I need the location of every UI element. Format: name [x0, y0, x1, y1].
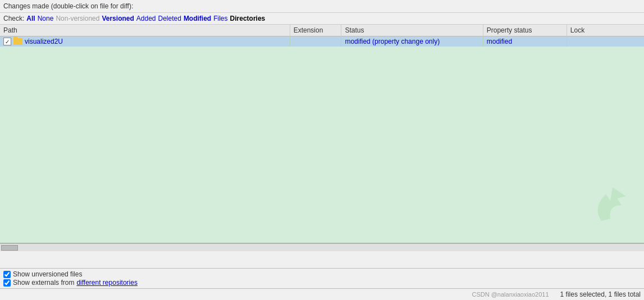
row-checkbox[interactable] — [3, 38, 11, 45]
col-header-path[interactable]: Path — [0, 25, 290, 36]
col-header-status[interactable]: Status — [341, 25, 483, 36]
scrollbar-thumb[interactable] — [1, 245, 18, 251]
table-header-row: Path Extension Status Property status Lo… — [0, 25, 644, 36]
filter-files[interactable]: Files — [213, 15, 227, 22]
extension-cell — [290, 36, 341, 47]
status-bar: CSDN @nalanxiaoxiao2011 1 files selected… — [0, 288, 644, 300]
file-count-text: 1 files selected, 1 files total — [560, 290, 641, 298]
table-wrapper: Path Extension Status Property status Lo… — [0, 25, 644, 268]
show-externals-label-prefix: Show externals from — [13, 279, 74, 287]
filter-directories[interactable]: Directories — [230, 15, 266, 22]
filter-added[interactable]: Added — [136, 15, 156, 22]
filter-none[interactable]: None — [38, 15, 54, 22]
file-table-container[interactable]: Path Extension Status Property status Lo… — [0, 25, 644, 243]
property-status-text: modified — [487, 38, 512, 45]
show-unversioned-checkbox[interactable] — [3, 271, 11, 278]
path-cell[interactable]: visualized2U — [0, 36, 290, 47]
main-window: Changes made (double-click on file for d… — [0, 0, 644, 300]
filter-modified[interactable]: Modified — [184, 15, 211, 22]
filter-versioned[interactable]: Versioned — [102, 15, 134, 22]
top-bar: Changes made (double-click on file for d… — [0, 0, 644, 13]
show-externals-option[interactable]: Show externals from different repositori… — [3, 279, 641, 287]
filter-deleted[interactable]: Deleted — [158, 15, 181, 22]
horizontal-scrollbar[interactable] — [0, 243, 644, 251]
col-header-extension[interactable]: Extension — [290, 25, 341, 36]
check-label: Check: — [3, 15, 24, 22]
top-bar-label: Changes made (double-click on file for d… — [3, 2, 133, 10]
watermark-text: CSDN @nalanxiaoxiao2011 — [472, 291, 549, 298]
col-header-property-status[interactable]: Property status — [483, 25, 567, 36]
show-externals-checkbox[interactable] — [3, 279, 11, 287]
property-status-cell: modified — [483, 36, 567, 47]
filter-bar: Check: All None Non-versioned Versioned … — [0, 13, 644, 25]
show-unversioned-option[interactable]: Show unversioned files — [3, 270, 641, 278]
status-cell: modified (property change only) — [341, 36, 483, 47]
status-text: modified (property change only) — [345, 38, 440, 45]
folder-icon — [13, 38, 22, 45]
filter-all[interactable]: All — [26, 15, 35, 22]
show-unversioned-label: Show unversioned files — [13, 270, 82, 278]
lock-cell — [567, 36, 644, 47]
bottom-options-bar: Show unversioned files Show externals fr… — [0, 268, 644, 288]
bottom-options: Show unversioned files Show externals fr… — [3, 270, 641, 287]
table-row[interactable]: visualized2U modified (property change o… — [0, 36, 644, 47]
filter-non-versioned[interactable]: Non-versioned — [56, 15, 99, 22]
col-header-lock[interactable]: Lock — [567, 25, 644, 36]
file-table: Path Extension Status Property status Lo… — [0, 25, 644, 47]
show-externals-link[interactable]: different repositories — [76, 279, 138, 287]
watermark-arrow — [588, 185, 633, 232]
file-path-link[interactable]: visualized2U — [25, 38, 63, 45]
